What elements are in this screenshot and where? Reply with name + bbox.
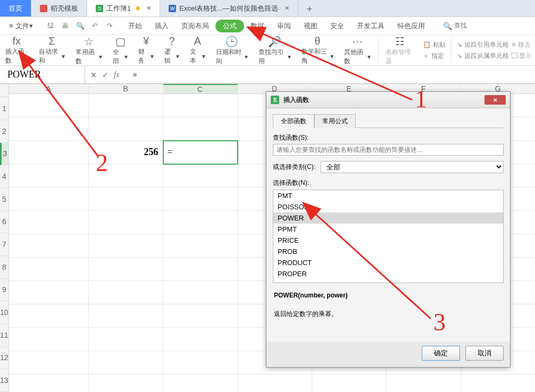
menu-tab-formula[interactable]: 公式 <box>215 20 244 32</box>
row-header-12[interactable]: 12 <box>0 347 9 370</box>
accept-formula-icon[interactable]: ✓ <box>102 71 108 79</box>
tab-home[interactable]: 首页 <box>0 0 31 16</box>
preview-icon[interactable]: 🔍 <box>74 20 87 32</box>
datetime-button[interactable]: 🕒日期和时间 ▾ <box>211 35 253 65</box>
row-header-6[interactable]: 6 <box>0 211 9 234</box>
menu-tab-insert[interactable]: 插入 <box>148 18 175 34</box>
cell-C10[interactable] <box>163 304 238 328</box>
dialog-tab-all[interactable]: 全部函数 <box>273 114 314 128</box>
cell-A7[interactable] <box>9 234 89 258</box>
cancel-button[interactable]: 取消 <box>465 346 504 361</box>
cell-B7[interactable] <box>89 234 163 258</box>
lookup-button[interactable]: 🔎查找与引用 ▾ <box>253 35 296 65</box>
print-icon[interactable]: 🖶 <box>59 20 72 32</box>
cell-C11[interactable] <box>163 328 238 351</box>
cell-F13[interactable] <box>387 374 461 392</box>
cell-C4[interactable] <box>163 164 238 188</box>
cell-B9[interactable] <box>89 281 163 304</box>
cell-C3[interactable]: = <box>163 141 238 164</box>
cell-B13[interactable] <box>89 374 163 392</box>
cell-A2[interactable] <box>9 117 89 141</box>
menu-search[interactable]: 🔍 查找 <box>438 21 472 30</box>
row-header-8[interactable]: 8 <box>0 256 9 279</box>
col-header-B[interactable]: B <box>89 84 163 94</box>
row-header-1[interactable]: 1 <box>0 97 9 120</box>
function-item-POISSON[interactable]: POISSON <box>273 201 503 212</box>
dialog-close-button[interactable]: ✕ <box>484 95 506 105</box>
cell-C6[interactable] <box>163 211 238 234</box>
cell-E13[interactable] <box>312 374 387 392</box>
cell-C1[interactable] <box>163 94 238 117</box>
cell-B10[interactable] <box>89 304 163 328</box>
tab-template[interactable]: 稻壳模板 <box>31 0 87 16</box>
cell-C13[interactable] <box>163 374 238 392</box>
paste-name[interactable]: 📋 粘贴 <box>423 40 446 49</box>
row-header-4[interactable]: 4 <box>0 165 9 188</box>
row-header-11[interactable]: 11 <box>0 324 9 347</box>
select-all-corner[interactable] <box>0 84 9 97</box>
function-item-PROPER[interactable]: PROPER <box>273 268 503 279</box>
cell-A1[interactable] <box>9 94 89 117</box>
row-header-7[interactable]: 7 <box>0 233 9 256</box>
trace-precedents[interactable]: ↘ 追踪引用单元格 ✕ 移去 <box>457 40 532 49</box>
cell-C9[interactable] <box>163 281 238 304</box>
cell-B11[interactable] <box>89 328 163 351</box>
cell-A3[interactable] <box>9 141 89 164</box>
insert-function-button[interactable]: fx插入函数 <box>0 35 34 65</box>
function-list[interactable]: PMTPOISSONPOWERPPMTPRICEPROBPRODUCTPROPE… <box>273 190 504 283</box>
tab-excel-tip[interactable]: W Excel表格技...—如何按颜色筛选 ✕ <box>160 0 298 16</box>
financial-button[interactable]: ¥财务 ▾ <box>133 35 158 65</box>
name-box[interactable]: POWER <box>0 66 85 83</box>
math-button[interactable]: θ数学和三角 ▾ <box>296 35 339 65</box>
function-search-input[interactable] <box>273 144 504 156</box>
cell-A11[interactable] <box>9 328 89 351</box>
cell-C12[interactable] <box>163 351 238 374</box>
close-icon[interactable]: ✕ <box>285 5 289 12</box>
all-fn-button[interactable]: ▢全部 ▾ <box>107 35 133 65</box>
cell-A5[interactable] <box>9 188 89 211</box>
text-button[interactable]: A文本 ▾ <box>185 35 210 65</box>
cell-A12[interactable] <box>9 351 89 374</box>
row-header-13[interactable]: 13 <box>0 369 9 392</box>
menu-tab-data[interactable]: 数据 <box>244 18 271 34</box>
cell-C7[interactable] <box>163 234 238 258</box>
menu-tab-security[interactable]: 安全 <box>324 18 350 34</box>
category-select[interactable]: 全部 <box>321 161 504 173</box>
cell-B8[interactable] <box>89 258 163 281</box>
function-item-PRODUCT[interactable]: PRODUCT <box>273 257 503 268</box>
cell-B4[interactable] <box>89 164 163 188</box>
function-item-POWER[interactable]: POWER <box>273 212 503 224</box>
fx-icon[interactable]: fx <box>114 71 119 79</box>
close-icon[interactable]: ✕ <box>146 5 151 12</box>
cell-A10[interactable] <box>9 304 89 328</box>
menu-tab-view[interactable]: 视图 <box>297 18 324 34</box>
row-header-10[interactable]: 10 <box>0 301 9 324</box>
cell-A13[interactable] <box>9 374 89 392</box>
autosum-button[interactable]: Σ自动求和 ▾ <box>34 35 71 65</box>
cell-B2[interactable] <box>89 117 163 141</box>
tab-workbook[interactable]: S 工作簿1 ✕ <box>87 0 160 16</box>
assign-name[interactable]: ＋ 指定 <box>423 52 446 61</box>
menu-tab-layout[interactable]: 页面布局 <box>175 18 215 34</box>
cell-C8[interactable] <box>163 258 238 281</box>
cell-G13[interactable] <box>461 374 535 392</box>
row-header-2[interactable]: 2 <box>0 120 9 143</box>
cell-B12[interactable] <box>89 351 163 374</box>
menu-tab-dev[interactable]: 开发工具 <box>350 18 391 34</box>
cell-D13[interactable] <box>238 374 312 392</box>
function-item-PROB[interactable]: PROB <box>273 246 503 257</box>
function-item-PPMT[interactable]: PPMT <box>273 224 503 235</box>
row-header-9[interactable]: 9 <box>0 279 9 302</box>
cell-A6[interactable] <box>9 211 89 234</box>
menu-tab-review[interactable]: 审阅 <box>271 18 297 34</box>
cell-C5[interactable] <box>163 188 238 211</box>
col-header-C[interactable]: C <box>163 84 238 94</box>
logical-button[interactable]: ?逻辑 ▾ <box>159 35 185 65</box>
ok-button[interactable]: 确定 <box>422 346 460 361</box>
cell-C2[interactable] <box>163 117 238 141</box>
cell-B5[interactable] <box>89 188 163 211</box>
common-fn-button[interactable]: ☆常用函数 ▾ <box>70 35 107 65</box>
cell-B6[interactable] <box>89 211 163 234</box>
function-item-PMT[interactable]: PMT <box>273 190 503 201</box>
undo-icon[interactable]: ↶ <box>89 20 102 32</box>
